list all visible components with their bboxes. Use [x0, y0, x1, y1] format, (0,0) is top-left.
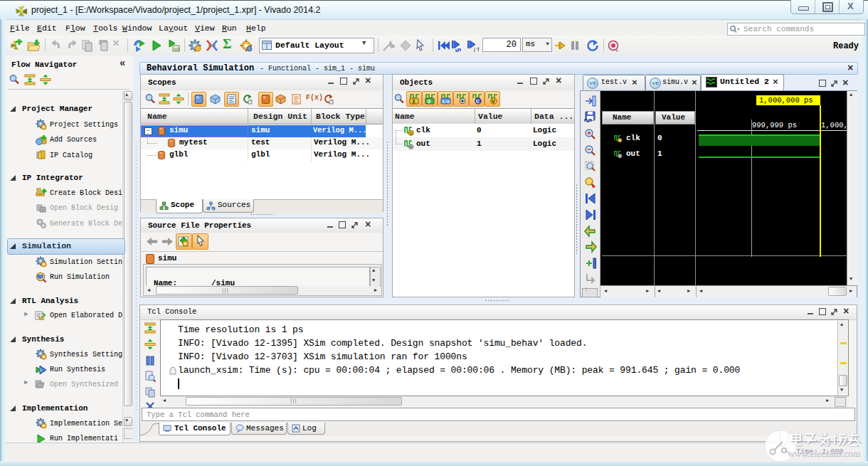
svg-text:,: ,	[615, 46, 619, 52]
svg-text:101: 101	[174, 47, 180, 52]
svg-text:(T): (T)	[473, 46, 480, 52]
svg-text:O: O	[428, 98, 431, 105]
svg-text:I/O: I/O	[442, 100, 450, 105]
svg-text:V: V	[492, 98, 495, 105]
svg-text:C: C	[476, 98, 480, 105]
svg-text:I: I	[412, 98, 416, 105]
